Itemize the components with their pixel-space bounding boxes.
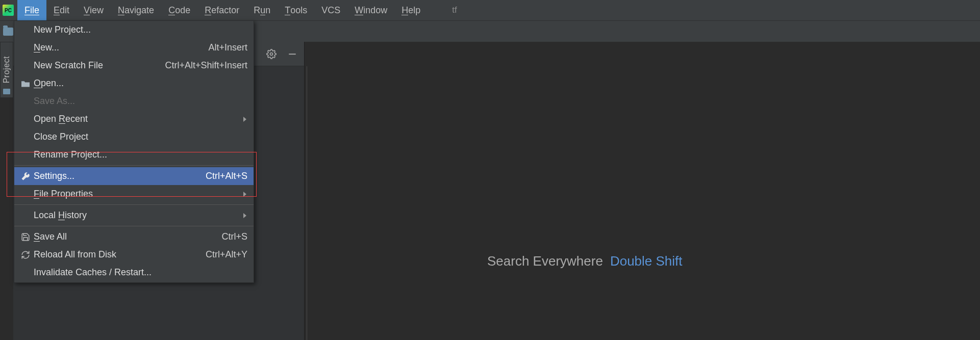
menu-separator <box>14 226 254 226</box>
blank-icon <box>19 25 32 35</box>
search-everywhere-shortcut[interactable]: Double Shift <box>610 253 683 269</box>
reload-icon <box>19 250 32 260</box>
file-menu-dropdown: New Project... New... Alt+Insert New Scr… <box>14 20 254 283</box>
menu-new[interactable]: New... Alt+Insert <box>14 39 254 57</box>
menu-new-scratch[interactable]: New Scratch File Ctrl+Alt+Shift+Insert <box>14 57 254 74</box>
menu-run[interactable]: Run <box>246 0 278 20</box>
menu-edit[interactable]: Edit <box>46 0 77 20</box>
menu-new-project[interactable]: New Project... <box>14 21 254 39</box>
menu-new-project-label: New Project... <box>34 24 91 35</box>
blank-icon <box>19 189 32 199</box>
submenu-arrow-icon <box>243 213 246 218</box>
search-everywhere-label: Search Everywhere <box>487 253 603 269</box>
folder-open-icon <box>19 79 32 89</box>
project-name: tf <box>452 5 457 15</box>
menu-new-scratch-label: New Scratch File <box>34 60 103 71</box>
menu-reload-disk-label: Reload All from Disk <box>34 249 116 260</box>
menu-save-all[interactable]: Save All Ctrl+S <box>14 228 254 246</box>
menu-settings-label: Settings... <box>34 171 74 181</box>
project-tab[interactable]: Project <box>0 42 13 98</box>
svg-point-0 <box>270 53 273 55</box>
minimize-icon[interactable] <box>288 49 297 59</box>
blank-icon <box>19 61 32 71</box>
search-everywhere-hint: Search Everywhere Double Shift <box>487 253 683 269</box>
menu-separator <box>14 165 254 166</box>
menu-new-scratch-shortcut: Ctrl+Alt+Shift+Insert <box>165 60 247 71</box>
menu-view[interactable]: View <box>77 0 111 20</box>
blank-icon <box>19 96 32 107</box>
menu-rename-project[interactable]: Rename Project... <box>14 146 254 164</box>
blank-icon <box>19 132 32 142</box>
menu-file-properties[interactable]: File Properties <box>14 185 254 203</box>
menu-file[interactable]: File <box>17 0 46 20</box>
menu-separator <box>14 204 254 205</box>
editor-area <box>304 42 980 340</box>
menu-settings-shortcut: Ctrl+Alt+S <box>206 171 247 181</box>
menu-bar: PC File Edit View Navigate Code Refactor… <box>0 0 980 20</box>
menu-reload-disk[interactable]: Reload All from Disk Ctrl+Alt+Y <box>14 246 254 264</box>
blank-icon <box>19 268 32 278</box>
menu-save-as-label: Save As... <box>34 96 75 107</box>
blank-icon <box>19 150 32 160</box>
menu-reload-disk-shortcut: Ctrl+Alt+Y <box>206 249 247 260</box>
menu-vcs-label: VCS <box>321 5 340 16</box>
menu-refactor[interactable]: Refactor <box>197 0 246 20</box>
menu-code[interactable]: Code <box>161 0 197 20</box>
menu-file-label: File <box>24 6 39 15</box>
menu-close-project[interactable]: Close Project <box>14 128 254 146</box>
menu-vcs[interactable]: VCS <box>314 0 347 20</box>
app-icon: PC <box>1 3 15 17</box>
menu-help[interactable]: Help <box>394 0 428 20</box>
blank-icon <box>19 43 32 53</box>
wrench-icon <box>19 171 32 181</box>
submenu-arrow-icon <box>243 192 246 197</box>
menu-rename-project-label: Rename Project... <box>34 149 107 160</box>
menu-tools[interactable]: Tools <box>278 0 314 20</box>
menu-save-as: Save As... <box>14 92 254 110</box>
menu-invalidate-caches[interactable]: Invalidate Caches / Restart... <box>14 264 254 281</box>
blank-icon <box>19 211 32 221</box>
project-tab-label: Project <box>2 56 11 83</box>
editor-gutter <box>307 66 980 340</box>
folder-icon <box>3 89 10 94</box>
menu-open-recent[interactable]: Open Recent <box>14 110 254 128</box>
blank-icon <box>19 114 32 124</box>
menu-open[interactable]: Open... <box>14 74 254 92</box>
menu-invalidate-label: Invalidate Caches / Restart... <box>34 267 152 278</box>
menu-save-all-shortcut: Ctrl+S <box>221 231 247 242</box>
menu-new-shortcut: Alt+Insert <box>208 42 247 53</box>
gear-icon[interactable] <box>266 49 277 59</box>
menu-local-history[interactable]: Local History <box>14 206 254 224</box>
menu-settings[interactable]: Settings... Ctrl+Alt+S <box>14 167 254 185</box>
menu-close-project-label: Close Project <box>34 132 88 142</box>
submenu-arrow-icon <box>243 117 246 122</box>
svg-rect-1 <box>289 54 296 55</box>
menu-navigate[interactable]: Navigate <box>111 0 161 20</box>
save-icon <box>19 232 32 242</box>
app-icon-label: PC <box>3 5 14 16</box>
menu-window[interactable]: Window <box>347 0 394 20</box>
folder-icon <box>3 28 13 36</box>
